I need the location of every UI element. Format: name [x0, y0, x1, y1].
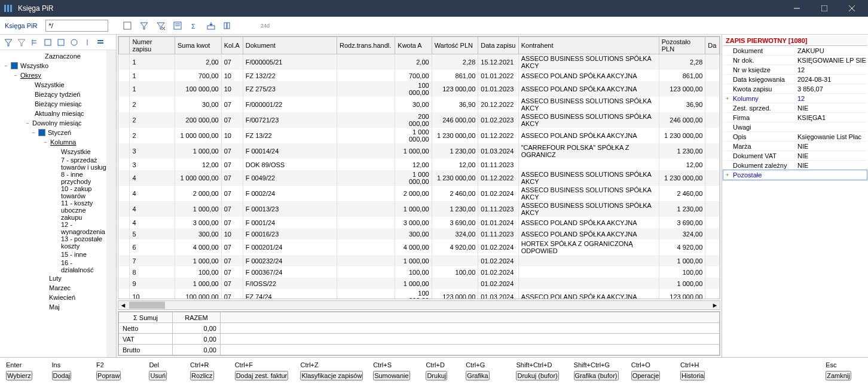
table-row[interactable]: 91 000,0007F/IOSS/221 000,0001.02.20241 …: [119, 278, 720, 289]
footer-button[interactable]: Grafika (bufor): [574, 371, 619, 380]
detail-row[interactable]: Zest. sprzed.NIE: [723, 103, 867, 113]
table-row[interactable]: 12,0007F/000005/212,002,2815.12.2021ASSE…: [119, 54, 720, 70]
footer-button[interactable]: Sumowanie: [373, 371, 409, 380]
table-row[interactable]: 8100,0007F 000367/24100,00100,0001.02.20…: [119, 266, 720, 278]
table-row[interactable]: 21 000 000,0010FZ 13/221 000 000,001 230…: [119, 128, 720, 143]
table-row[interactable]: 312,0007DOK 89/OSS12,0012,0001.11.202312…: [119, 159, 720, 170]
footer-button[interactable]: Drukuj (bufor): [516, 371, 558, 380]
footer-button[interactable]: Rozlicz: [190, 371, 213, 380]
detail-row[interactable]: DokumentZAKUPU: [723, 46, 867, 56]
table-row[interactable]: 10100 000,0007FZ 74/24100 000,00123 000,…: [119, 289, 720, 299]
tree-k12[interactable]: 12 - wynagrodzenia: [60, 221, 106, 235]
detail-row[interactable]: Data księgowania2024-08-31: [723, 75, 867, 84]
tree-biez-mies[interactable]: Bieżący miesiąc: [33, 100, 82, 107]
col-kontr[interactable]: Kontrahent: [518, 37, 659, 54]
col-rodz[interactable]: Rodz.trans.handl.: [337, 37, 395, 54]
table-row[interactable]: 41 000 000,0007F 0049/221 000 000,001 23…: [119, 170, 720, 186]
tree-view[interactable]: Zaznaczone −Wszystko −Okresy Wszystkie B…: [0, 50, 106, 357]
footer-button[interactable]: Zamknij: [826, 371, 851, 380]
sb-settings-icon[interactable]: [94, 36, 106, 48]
footer-button[interactable]: Usuń: [149, 371, 167, 380]
col-wart[interactable]: Wartość PLN: [432, 37, 478, 54]
table-row[interactable]: 2200 000,0007F/00721/23200 000,00246 000…: [119, 112, 720, 128]
footer-button[interactable]: Drukuj: [426, 371, 447, 380]
col-numer[interactable]: Numer zapisu: [130, 37, 175, 54]
grid-header-row[interactable]: Numer zapisu Suma kwot Kol.A Dokument Ro…: [119, 37, 720, 54]
footer-button[interactable]: Klasyfikacje zapisów: [300, 371, 363, 380]
filter-icon[interactable]: [137, 19, 151, 33]
tree-dowolny[interactable]: Dowolny miesiąc: [31, 119, 82, 127]
tree-wszystkie[interactable]: Wszystkie: [33, 81, 65, 88]
footer-button[interactable]: Operacje: [631, 371, 661, 380]
tree-styczen[interactable]: Styczeń: [47, 129, 71, 136]
tree-scrollbar[interactable]: [106, 50, 116, 357]
detail-row[interactable]: MarżaNIE: [723, 142, 867, 151]
table-row[interactable]: 64 000,0007F 000201/244 000,004 920,0001…: [119, 239, 720, 255]
sb-expand-icon[interactable]: [42, 36, 54, 48]
tree-luty[interactable]: Luty: [48, 275, 62, 282]
detail-row[interactable]: FirmaKSIĘGA1: [723, 113, 867, 122]
table-row[interactable]: 71 000,0007F 000232/241 000,0001.02.2024…: [119, 255, 720, 266]
edit-icon[interactable]: [170, 19, 185, 33]
sb-pin-icon[interactable]: [81, 36, 93, 48]
sb-filter-off-icon[interactable]: [16, 36, 27, 48]
schedule-24d-icon[interactable]: 24d: [258, 19, 272, 33]
tree-k10[interactable]: 10 - zakup towarów: [60, 185, 106, 199]
sb-collapse-icon[interactable]: [55, 36, 67, 48]
detail-row[interactable]: Kwota zapisu3 856,07: [723, 84, 867, 94]
tree-akt-mies[interactable]: Aktualny miesiąc: [33, 110, 84, 117]
search-input[interactable]: [45, 20, 108, 32]
data-grid[interactable]: Numer zapisu Suma kwot Kol.A Dokument Ro…: [118, 36, 720, 299]
tree-maj[interactable]: Maj: [48, 303, 60, 311]
detail-row[interactable]: OpisKsięgowanie List Płac: [723, 132, 867, 142]
sb-filter-icon[interactable]: [2, 36, 14, 48]
tree-marzec[interactable]: Marzec: [48, 284, 71, 291]
tree-k8[interactable]: 8 - inne przychody: [60, 171, 106, 185]
col-poz[interactable]: Pozostało PLN: [659, 37, 705, 54]
tree-kolumna[interactable]: Kolumna: [49, 139, 76, 146]
col-kwota[interactable]: Kwota A: [395, 37, 432, 54]
tree-k13[interactable]: 13 - pozostałe koszty: [60, 235, 106, 250]
tree-zaznaczone[interactable]: Zaznaczone: [44, 53, 81, 60]
table-row[interactable]: 43 000,0007F 0001/243 000,003 690,0001.0…: [119, 217, 720, 228]
tree-okresy[interactable]: Okresy: [19, 72, 41, 79]
grid-hscroll[interactable]: ◄►: [118, 300, 720, 310]
import-icon[interactable]: [204, 19, 218, 33]
sb-refresh-icon[interactable]: [68, 36, 80, 48]
col-data[interactable]: Data zapisu: [478, 37, 518, 54]
sb-tree-icon[interactable]: [29, 36, 41, 48]
footer-button[interactable]: Historia: [680, 371, 705, 380]
filter-clear-icon[interactable]: [154, 19, 168, 33]
table-row[interactable]: 42 000,0007F 0002/242 000,002 460,0001.0…: [119, 186, 720, 201]
col-suma[interactable]: Suma kwot: [175, 37, 222, 54]
tree-k-wszystkie[interactable]: Wszystkie: [60, 148, 91, 155]
detail-row[interactable]: Dokument zależnyNIE: [723, 161, 867, 170]
tree-kwiecien[interactable]: Kwiecień: [48, 294, 75, 301]
detail-row[interactable]: +Pozostałe: [723, 170, 867, 180]
table-row[interactable]: 31 000,0007F 00014/241 000,001 230,0001.…: [119, 143, 720, 159]
table-row[interactable]: 41 000,0007F 00013/231 000,001 230,0001.…: [119, 201, 720, 217]
table-row[interactable]: 1700,0010FZ 132/22700,00861,0001.01.2022…: [119, 70, 720, 81]
detail-row[interactable]: Dokument VATNIE: [723, 151, 867, 161]
footer-button[interactable]: Wybierz: [6, 371, 32, 380]
col-kola[interactable]: Kol.A: [221, 37, 243, 54]
footer-button[interactable]: Dodaj: [52, 371, 72, 380]
sum-header[interactable]: Σ Sumuj: [119, 312, 173, 323]
tree-wszystko[interactable]: Wszystko: [19, 62, 48, 69]
tree-biez-tydz[interactable]: Bieżący tydzień: [33, 91, 80, 98]
detail-row[interactable]: Nr dok.KSIĘGOWANIE LP SIER: [723, 56, 867, 65]
table-row[interactable]: 5300,0010F 00016/23300,00324,0001.11.202…: [119, 228, 720, 239]
tree-k7[interactable]: 7 - sprzedaż towarów i usług: [60, 156, 106, 171]
col-da[interactable]: Da: [705, 37, 720, 54]
table-row[interactable]: 1100 000,0010FZ 275/23100 000,00123 000,…: [119, 81, 720, 97]
tree-k15[interactable]: 15 - inne: [60, 251, 87, 258]
sigma-icon[interactable]: Σ: [187, 19, 201, 33]
tree-k11[interactable]: 11 - koszty uboczne zakupu: [60, 199, 106, 221]
table-row[interactable]: 230,0007F/000001/2230,0036,9020.12.2022A…: [119, 97, 720, 112]
close-button[interactable]: [838, 0, 866, 17]
tree-k16[interactable]: 16 - działalność: [60, 259, 106, 274]
footer-button[interactable]: Grafika: [466, 371, 489, 380]
col-dok[interactable]: Dokument: [243, 37, 337, 54]
footer-button[interactable]: Dodaj zest. faktur: [235, 371, 289, 380]
col-sel[interactable]: [119, 37, 130, 54]
